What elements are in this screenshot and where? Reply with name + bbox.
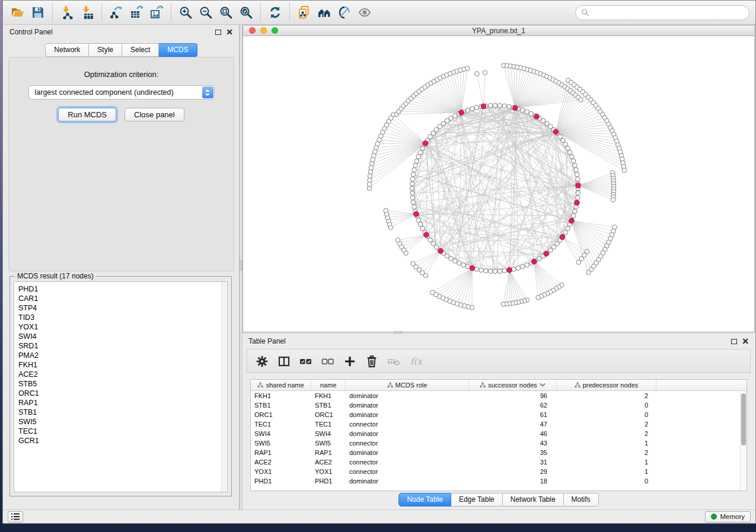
import-network-button[interactable] <box>57 3 77 22</box>
mcds-hub-node[interactable] <box>544 251 549 257</box>
mcds-result-item[interactable]: ACE2 <box>18 370 227 379</box>
network-node[interactable] <box>507 104 512 109</box>
network-node[interactable] <box>416 155 421 159</box>
network-leaf-node[interactable] <box>536 295 541 300</box>
search-input[interactable] <box>593 8 744 17</box>
float-panel-icon[interactable] <box>731 339 737 344</box>
network-node[interactable] <box>525 110 529 114</box>
mcds-hub-node[interactable] <box>459 110 464 116</box>
network-node[interactable] <box>470 107 474 111</box>
network-leaf-node[interactable] <box>586 270 591 275</box>
network-leaf-node[interactable] <box>475 72 480 76</box>
mcds-hub-node[interactable] <box>553 129 559 134</box>
network-node[interactable] <box>493 269 497 274</box>
mcds-hub-node[interactable] <box>470 265 475 271</box>
zoom-selected-button[interactable] <box>236 3 256 22</box>
network-leaf-node[interactable] <box>611 197 615 202</box>
clone-network-button[interactable] <box>294 3 314 22</box>
network-leaf-node[interactable] <box>411 261 416 266</box>
mcds-hub-node[interactable] <box>534 114 540 120</box>
network-node[interactable] <box>573 209 578 214</box>
mcds-result-item[interactable]: PHD1 <box>18 284 227 294</box>
table-scrollbar[interactable] <box>740 392 747 491</box>
tab-network[interactable]: Network <box>45 43 89 57</box>
mcds-hub-node[interactable] <box>576 183 581 188</box>
network-node[interactable] <box>479 268 484 273</box>
float-panel-icon[interactable] <box>215 30 221 35</box>
mcds-result-item[interactable]: SRD1 <box>18 341 227 351</box>
network-leaf-node[interactable] <box>483 70 487 75</box>
column-header-shared-name[interactable]: shared name <box>251 380 311 390</box>
mcds-hub-node[interactable] <box>423 141 428 146</box>
memory-button[interactable]: Memory <box>705 511 751 523</box>
apply-layout-button[interactable] <box>265 3 285 22</box>
network-node[interactable] <box>502 104 507 108</box>
network-node[interactable] <box>465 264 470 269</box>
network-node[interactable] <box>410 177 415 182</box>
zoom-in-button[interactable] <box>176 3 196 22</box>
tab-network-table[interactable]: Network Table <box>503 493 564 507</box>
tab-node-table[interactable]: Node Table <box>398 493 451 507</box>
network-node[interactable] <box>502 268 507 273</box>
mcds-result-item[interactable]: GCR1 <box>18 436 227 446</box>
network-node[interactable] <box>570 155 575 159</box>
mcds-result-list[interactable]: PHD1CAR1STP4TID3YOX1SWI4SRD1PMA2FKH1ACE2… <box>14 281 228 492</box>
table-row[interactable]: RAP1RAP1dominator352 <box>251 448 747 457</box>
network-leaf-node[interactable] <box>367 182 372 187</box>
network-node[interactable] <box>413 163 418 168</box>
mcds-result-item[interactable]: FKH1 <box>18 360 227 370</box>
network-node[interactable] <box>449 116 454 121</box>
mcds-hub-node[interactable] <box>575 200 580 206</box>
table-row[interactable]: ORC1ORC1dominator610 <box>251 410 747 419</box>
table-row[interactable]: TEC1TEC1connector472 <box>251 419 747 429</box>
mcds-result-item[interactable]: CAR1 <box>18 294 227 303</box>
mcds-result-item[interactable]: RAP1 <box>18 398 227 408</box>
network-node[interactable] <box>453 114 458 118</box>
column-header-name[interactable]: name <box>311 380 346 390</box>
network-node[interactable] <box>410 186 414 191</box>
mcds-result-item[interactable]: SWI5 <box>18 417 227 427</box>
add-row-button[interactable] <box>341 352 359 370</box>
network-node[interactable] <box>488 103 493 108</box>
show-hide-panel-button[interactable] <box>355 3 375 22</box>
mcds-result-item[interactable]: PMA2 <box>18 351 227 360</box>
mcds-hub-node[interactable] <box>414 211 419 217</box>
mcds-hub-node[interactable] <box>438 248 444 254</box>
network-node[interactable] <box>574 168 579 172</box>
column-header-predecessor-nodes[interactable]: predecessor nodes <box>557 380 656 390</box>
save-session-button[interactable] <box>28 3 48 22</box>
result-scrollbar[interactable] <box>221 282 227 492</box>
open-file-button[interactable] <box>8 3 28 22</box>
tab-select[interactable]: Select <box>122 43 159 57</box>
network-node[interactable] <box>484 268 489 273</box>
table-row[interactable]: ACE2ACE2connector311 <box>251 457 747 467</box>
column-header-MCDS-role[interactable]: MCDS role <box>346 380 469 390</box>
network-node[interactable] <box>573 163 578 168</box>
network-node[interactable] <box>410 196 415 200</box>
table-settings-button[interactable] <box>253 352 271 370</box>
mcds-hub-node[interactable] <box>569 218 575 223</box>
network-node[interactable] <box>497 269 502 274</box>
optimization-dropdown[interactable]: largest connected component (undirected) <box>28 85 215 100</box>
network-node[interactable] <box>520 108 525 113</box>
tab-mcds[interactable]: MCDS <box>159 43 197 57</box>
network-node[interactable] <box>516 266 521 271</box>
network-leaf-node[interactable] <box>576 260 581 265</box>
network-leaf-node[interactable] <box>384 209 388 213</box>
mcds-result-item[interactable]: SWI4 <box>18 332 227 341</box>
network-node[interactable] <box>461 263 466 268</box>
network-node[interactable] <box>497 103 502 108</box>
table-row[interactable]: YOX1YOX1connector291 <box>251 467 747 476</box>
close-panel-icon[interactable]: ✕ <box>742 338 749 344</box>
unselect-all-button[interactable] <box>319 352 337 370</box>
network-node[interactable] <box>474 267 479 272</box>
network-node[interactable] <box>571 213 576 218</box>
mcds-result-item[interactable]: STB1 <box>18 408 227 417</box>
network-node[interactable] <box>420 226 425 231</box>
mcds-result-item[interactable]: STP4 <box>18 303 227 313</box>
mcds-result-item[interactable]: ORC1 <box>18 389 227 398</box>
scrollbar-thumb[interactable] <box>741 393 746 446</box>
network-node[interactable] <box>566 226 570 231</box>
column-header-successor-nodes[interactable]: successor nodes <box>469 380 557 390</box>
table-row[interactable]: SWI4SWI4dominator462 <box>251 429 747 438</box>
